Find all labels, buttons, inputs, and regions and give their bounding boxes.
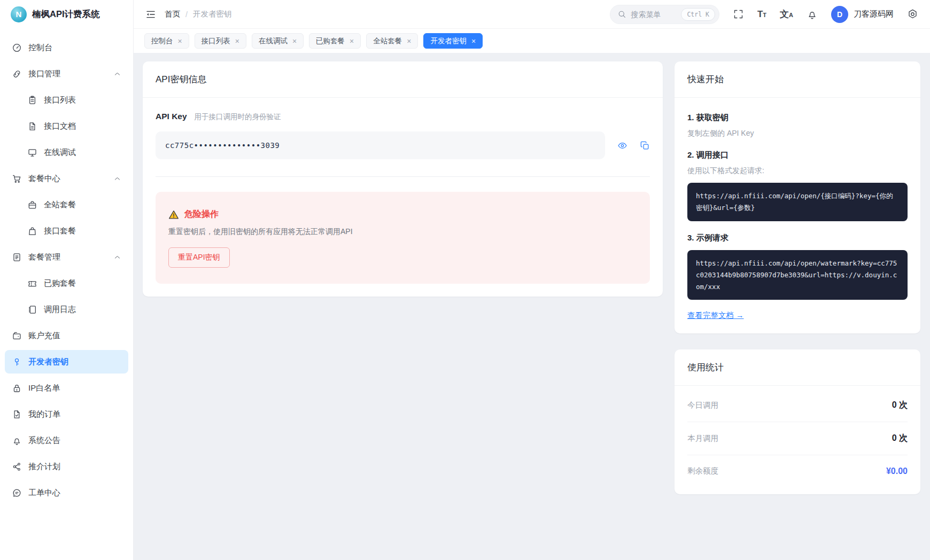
danger-description: 重置密钥后，使用旧密钥的所有应用将无法正常调用API (168, 227, 637, 237)
doc-list-icon (12, 252, 22, 262)
danger-title-row: 危险操作 (168, 209, 637, 220)
breadcrumb-home[interactable]: 首页 (165, 9, 180, 19)
close-icon[interactable]: × (350, 37, 354, 45)
sidebar-item-label: 接口文档 (44, 121, 76, 131)
reset-api-key-button[interactable]: 重置API密钥 (168, 247, 230, 268)
sidebar-item-developer-key[interactable]: 开发者密钥 (5, 350, 128, 374)
breadcrumb-current: 开发者密钥 (193, 9, 232, 19)
search-icon (617, 10, 626, 19)
stat-value: 0 次 (892, 400, 908, 411)
sidebar-item-label: 账户充值 (28, 331, 60, 341)
sidebar-item-label: 已购套餐 (44, 278, 76, 289)
section-divider (156, 176, 650, 177)
copy-icon[interactable] (640, 141, 650, 151)
sidebar: N 楠枫API计费系统 控制台 接口管理 接口列表 接口文档 (0, 0, 134, 560)
sidebar-item-label: 在线调试 (44, 147, 76, 158)
eye-icon[interactable] (617, 141, 627, 151)
stat-label: 本月调用 (687, 433, 718, 444)
close-icon[interactable]: × (178, 37, 182, 45)
gear-icon[interactable] (907, 9, 918, 20)
card-title: 快速开始 (675, 61, 920, 98)
card-title: API密钥信息 (143, 61, 663, 98)
close-icon[interactable]: × (235, 37, 239, 45)
sidebar-group-package-center[interactable]: 套餐中心 (5, 167, 128, 190)
sidebar-item-api-docs[interactable]: 接口文档 (5, 114, 128, 138)
api-key-label-row: API Key 用于接口调用时的身份验证 (156, 112, 650, 122)
monitor-icon (27, 147, 37, 158)
link-icon (12, 69, 22, 79)
view-docs-link[interactable]: 查看完整文档 → (687, 310, 744, 321)
sidebar-item-call-logs[interactable]: 调用日志 (5, 298, 128, 321)
sidebar-item-dashboard[interactable]: 控制台 (5, 36, 128, 59)
sidebar-item-label: IP白名单 (28, 383, 60, 393)
usage-stats-body: 今日调用 0 次 本月调用 0 次 剩余额度 ¥0.00 (675, 386, 920, 494)
main-column: 首页 / 开发者密钥 Ctrl K TT 文A D 刀客源码网 (134, 0, 930, 560)
content-area: API密钥信息 API Key 用于接口调用时的身份验证 cc775c•••••… (134, 53, 930, 560)
close-icon[interactable]: × (407, 37, 411, 45)
briefcase-icon (27, 200, 37, 210)
close-icon[interactable]: × (471, 37, 476, 45)
sidebar-item-api-list[interactable]: 接口列表 (5, 88, 128, 112)
stat-label: 今日调用 (687, 400, 718, 410)
tab-label: 全站套餐 (373, 36, 402, 46)
tab-purchased-packages[interactable]: 已购套餐 × (309, 33, 361, 49)
search-input[interactable] (631, 10, 677, 19)
api-key-card: API密钥信息 API Key 用于接口调用时的身份验证 cc775c•••••… (143, 61, 663, 297)
tab-online-debug[interactable]: 在线调试 × (252, 33, 304, 49)
sidebar-item-recharge[interactable]: 账户充值 (5, 324, 128, 347)
tab-api-list[interactable]: 接口列表 × (195, 33, 246, 49)
sidebar-item-announcements[interactable]: 系统公告 (5, 429, 128, 452)
wallet-icon (12, 331, 22, 341)
stat-row-month: 本月调用 0 次 (687, 422, 908, 455)
sidebar-item-label: 套餐管理 (28, 252, 60, 262)
bell-icon[interactable] (807, 9, 818, 20)
sidebar-item-referral[interactable]: 推介计划 (5, 455, 128, 478)
sidebar-item-label: 接口管理 (28, 69, 60, 79)
api-key-row: cc775c••••••••••••••3039 (156, 131, 650, 159)
fullscreen-icon[interactable] (733, 9, 744, 20)
step-desc: 使用以下格式发起请求: (687, 166, 908, 176)
sidebar-group-api-management[interactable]: 接口管理 (5, 62, 128, 85)
tab-developer-key[interactable]: 开发者密钥 × (423, 33, 483, 49)
user-menu[interactable]: D 刀客源码网 (831, 6, 894, 23)
topbar-actions: Ctrl K TT 文A D 刀客源码网 (610, 5, 918, 24)
sidebar-item-tickets[interactable]: 工单中心 (5, 481, 128, 504)
warning-icon (168, 209, 179, 220)
file-icon (27, 121, 37, 131)
sidebar-item-purchased-packages[interactable]: 已购套餐 (5, 271, 128, 295)
sidebar-item-ip-whitelist[interactable]: IP白名单 (5, 376, 128, 400)
search-box[interactable]: Ctrl K (610, 5, 719, 24)
font-size-icon[interactable]: TT (757, 10, 766, 19)
sidebar-item-label: 推介计划 (28, 462, 60, 472)
stat-label: 剩余额度 (687, 466, 718, 476)
bell-icon (12, 435, 22, 446)
tab-label: 开发者密钥 (430, 36, 467, 46)
sidebar-item-api-packages[interactable]: 接口套餐 (5, 219, 128, 243)
gauge-icon (12, 43, 22, 53)
translate-icon[interactable]: 文A (780, 10, 793, 19)
sidebar-collapse-icon[interactable] (145, 9, 156, 20)
close-icon[interactable]: × (292, 37, 297, 45)
danger-title: 危险操作 (184, 209, 219, 220)
api-key-body: API Key 用于接口调用时的身份验证 cc775c•••••••••••••… (143, 98, 663, 297)
sidebar-item-label: 开发者密钥 (28, 357, 68, 367)
order-check-icon (12, 409, 22, 419)
sidebar-item-label: 控制台 (28, 43, 52, 53)
tab-dashboard[interactable]: 控制台 × (144, 33, 189, 49)
sidebar-item-site-packages[interactable]: 全站套餐 (5, 193, 128, 216)
sidebar-item-label: 工单中心 (28, 488, 60, 498)
sidebar-item-my-orders[interactable]: 我的订单 (5, 402, 128, 426)
sidebar-item-label: 接口套餐 (44, 226, 76, 236)
stat-value: 0 次 (892, 433, 908, 444)
api-key-label: API Key (156, 112, 187, 121)
chevron-up-icon (113, 70, 121, 78)
step-title: 2. 调用接口 (687, 150, 908, 160)
tab-site-packages[interactable]: 全站套餐 × (366, 33, 418, 49)
chevron-up-icon (113, 175, 121, 183)
sidebar-item-label: 系统公告 (28, 435, 60, 446)
stat-row-balance: 剩余额度 ¥0.00 (687, 455, 908, 487)
sidebar-group-package-management[interactable]: 套餐管理 (5, 245, 128, 269)
bag-icon (27, 226, 37, 236)
tab-label: 控制台 (151, 36, 173, 46)
sidebar-item-online-debug[interactable]: 在线调试 (5, 141, 128, 164)
